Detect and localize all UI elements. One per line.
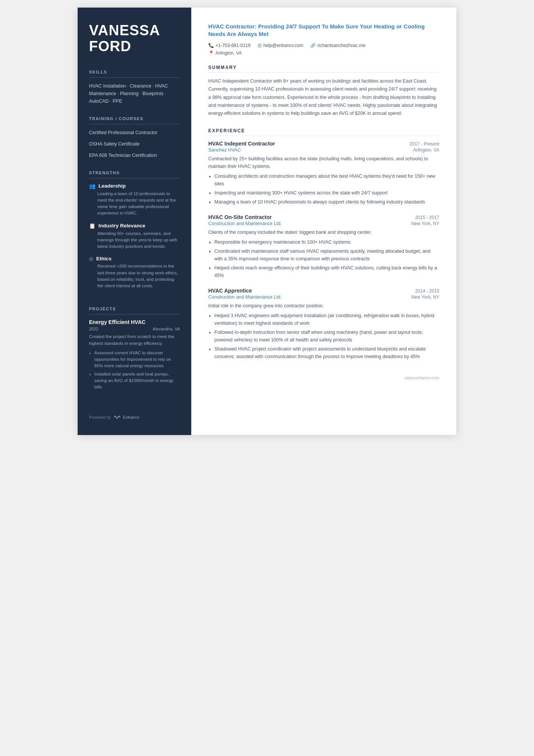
ethics-title: Ethics [96, 256, 112, 261]
leadership-desc: Leading a team of 10 professionals to me… [89, 191, 180, 217]
exp-bullet-1-3: Managing a team of 10 HVAC professionals… [214, 198, 439, 206]
sidebar-footer: Powered by Enhancv [89, 403, 180, 420]
summary-text: HVAC Independent Contractor with 8+ year… [208, 77, 439, 117]
training-title: TRAINING / COURSES [89, 116, 180, 121]
training-divider [89, 124, 180, 124]
phone-icon: 📞 [208, 43, 214, 48]
experience-divider [208, 136, 439, 136]
email-text: help@enhancv.com [264, 43, 303, 48]
exp-desc-3: Initial role in the company grew into co… [208, 302, 439, 310]
skills-text: HVAC Installation · Clearance · HVAC Mai… [89, 82, 180, 105]
projects-title: PROJECTS [89, 307, 180, 311]
exp-dates-1: 2017 - Present [409, 141, 439, 147]
phone-text: +1-703-681-0119 [215, 43, 250, 48]
website-text: richardsanchezhvac.me [317, 43, 365, 48]
training-items: Certified Professional Contractor OSHA S… [89, 129, 180, 159]
exp-bullet-3-1: Helped 3 HVAC engineers with equipment i… [214, 312, 439, 327]
project-bullet-2: Installed solar panels and heat pumps, s… [94, 371, 180, 391]
exp-title-3: HVAC Apprentice [208, 288, 252, 294]
location-icon: 📍 [208, 50, 214, 56]
training-section: TRAINING / COURSES Certified Professiona… [89, 116, 180, 159]
exp-header-3: HVAC Apprentice 2014 - 2015 [208, 288, 439, 294]
exp-item-2: HVAC On-Site Contractor 2015 - 2017 Cons… [208, 214, 439, 279]
sidebar: VANESSA FORD SKILLS HVAC Installation · … [78, 8, 191, 435]
contact-row: 📞 +1-703-681-0119 @ help@enhancv.com 🔗 r… [208, 43, 439, 48]
leadership-icon: 👥 [89, 183, 95, 189]
exp-bullet-2-1: Responsible for emergency maintenance fo… [214, 238, 439, 246]
exp-location-1: Arlington, VA [413, 147, 439, 153]
enhancv-brand: Enhancv [123, 415, 139, 419]
exp-company-row-1: Sanchez HVAC Arlington, VA [208, 147, 439, 153]
strengths-section: STRENGTHS 👥 Leadership Leading a team of… [89, 171, 180, 296]
exp-bullets-1: Consulting architects and construction m… [208, 172, 439, 206]
contact-phone: 📞 +1-703-681-0119 [208, 43, 250, 48]
exp-bullet-2-3: Helped clients reach energy efficiency o… [214, 264, 439, 279]
strength-item-ethics: ◎ Ethics Received +200 recommendations i… [89, 256, 180, 289]
project-item-1: Energy Efficient HVAC 2022 Alexandria, V… [89, 319, 180, 390]
strengths-divider [89, 178, 180, 178]
strengths-title: STRENGTHS [89, 171, 180, 175]
project-name: Energy Efficient HVAC [89, 319, 180, 325]
exp-dates-3: 2014 - 2015 [415, 288, 439, 294]
exp-location-2: New York, NY [411, 221, 439, 226]
main-content: HVAC Contractor: Providing 24/7 Support … [191, 8, 456, 435]
exp-item-3: HVAC Apprentice 2014 - 2015 Construction… [208, 288, 439, 360]
link-icon: 🔗 [310, 43, 316, 48]
project-bullets: Assessed current HVAC to discover opport… [89, 350, 180, 391]
ethics-icon: ◎ [89, 256, 93, 261]
training-item-3: EPA 608 Technician Certification [89, 152, 180, 159]
industry-icon: 📋 [89, 223, 95, 229]
exp-header-1: HVAC Indepent Contractor 2017 - Present [208, 141, 439, 147]
industry-title: Industry Relevance [98, 223, 145, 229]
projects-divider [89, 314, 180, 315]
skills-title: SKILLS [89, 70, 180, 74]
strength-item-leadership: 👥 Leadership Leading a team of 10 profes… [89, 183, 180, 217]
project-bullet-1: Assessed current HVAC to discover opport… [94, 350, 180, 369]
resume-container: VANESSA FORD SKILLS HVAC Installation · … [78, 8, 456, 435]
skills-divider [89, 77, 180, 78]
enhancv-logo: Enhancv [113, 415, 139, 420]
candidate-name: VANESSA FORD [89, 23, 180, 55]
exp-company-1: Sanchez HVAC [208, 147, 241, 153]
contact-location-row: 📍 Arlington, VA [208, 50, 439, 56]
enhancv-logo-icon [113, 415, 122, 420]
exp-desc-2: Clients of the company included the stat… [208, 229, 439, 236]
email-icon: @ [257, 43, 262, 48]
exp-company-row-3: Construction and Maintenance Ltd. New Yo… [208, 294, 439, 300]
projects-section: PROJECTS Energy Efficient HVAC 2022 Alex… [89, 307, 180, 392]
skills-section: SKILLS HVAC Installation · Clearance · H… [89, 70, 180, 105]
contact-website: 🔗 richardsanchezhvac.me [310, 43, 365, 48]
exp-company-row-2: Construction and Maintenance Ltd. New Yo… [208, 221, 439, 226]
training-item-2: OSHA Safety Certificate [89, 140, 180, 148]
exp-bullets-2: Responsible for emergency maintenance fo… [208, 238, 439, 279]
project-desc: Created the project from scratch to meet… [89, 333, 180, 347]
exp-dates-2: 2015 - 2017 [415, 215, 439, 220]
exp-desc-1: Contracted by 25+ building facilities ac… [208, 155, 439, 170]
contact-email: @ help@enhancv.com [257, 43, 303, 48]
exp-bullet-3-2: Followed in-depth instruction from senio… [214, 329, 439, 344]
ethics-desc: Received +200 recommendations in the las… [89, 263, 180, 289]
exp-bullet-1-2: Inspecting and maintaining 300+ HVAC sys… [214, 189, 439, 197]
exp-bullet-2-2: Coordinated with maintenance staff vario… [214, 247, 439, 263]
leadership-title: Leadership [98, 183, 126, 189]
location-text: Arlington, VA [215, 50, 242, 56]
experience-section: EXPERIENCE HVAC Indepent Contractor 2017… [208, 128, 439, 360]
powered-by-label: Powered by [89, 415, 111, 419]
exp-title-1: HVAC Indepent Contractor [208, 141, 275, 147]
exp-location-3: New York, NY [411, 294, 439, 300]
exp-item-1: HVAC Indepent Contractor 2017 - Present … [208, 141, 439, 206]
strength-item-industry: 📋 Industry Relevance Attending 50+ cours… [89, 223, 180, 250]
experience-title: EXPERIENCE [208, 128, 439, 133]
summary-divider [208, 72, 439, 73]
main-title: HVAC Contractor: Providing 24/7 Support … [208, 23, 439, 38]
project-location: Alexandria, VA [153, 327, 180, 331]
exp-company-3: Construction and Maintenance Ltd. [208, 294, 282, 300]
exp-bullets-3: Helped 3 HVAC engineers with equipment i… [208, 312, 439, 360]
project-meta: 2022 Alexandria, VA [89, 327, 180, 331]
exp-title-2: HVAC On-Site Contractor [208, 214, 272, 220]
training-item-1: Certified Professional Contractor [89, 129, 180, 136]
summary-title: SUMMARY [208, 65, 439, 70]
exp-header-2: HVAC On-Site Contractor 2015 - 2017 [208, 214, 439, 220]
exp-bullet-1-1: Consulting architects and construction m… [214, 172, 439, 188]
project-year: 2022 [89, 327, 98, 331]
